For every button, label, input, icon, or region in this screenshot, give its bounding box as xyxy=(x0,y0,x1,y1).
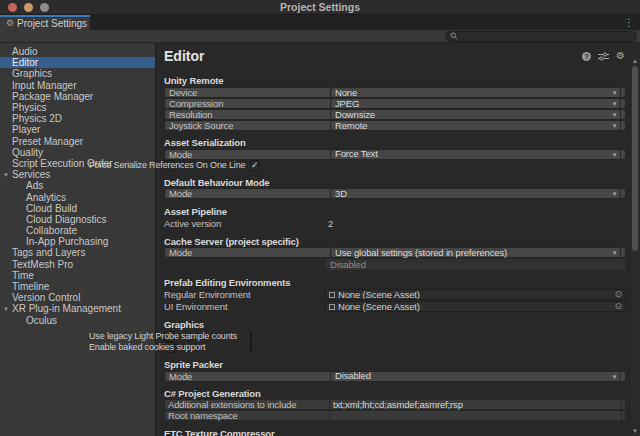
setting-label: Regular Environment xyxy=(164,289,325,300)
sidebar-item-time[interactable]: Time xyxy=(0,270,155,281)
setting-control: Remote▾ xyxy=(330,120,621,131)
dropdown-arrow-icon: ▾ xyxy=(613,100,616,107)
setting-label: Mode xyxy=(169,188,330,199)
section-header: Graphics xyxy=(164,318,626,330)
dropdown-value: Disabled xyxy=(335,371,610,381)
object-picker-icon[interactable]: ⊙ xyxy=(615,290,622,299)
foldout-open-icon[interactable]: ▼ xyxy=(3,306,9,312)
sidebar-item-services[interactable]: ▼Services xyxy=(0,169,155,180)
tab-bar: ⚙ Project Settings ⋮ xyxy=(0,15,640,30)
close-window-icon[interactable] xyxy=(8,3,17,12)
textfield-root-namespace[interactable] xyxy=(329,410,622,421)
sidebar-item-in-app-purchasing[interactable]: In-App Purchasing xyxy=(0,236,155,247)
checkbox-force-serialize-references-on-one-line[interactable]: ✓ xyxy=(250,160,259,171)
project-settings-window: Project Settings ⚙ Project Settings ⋮ Au… xyxy=(0,0,640,436)
setting-row: Use legacy Light Probe sample counts xyxy=(164,331,175,342)
setting-label: Resolution xyxy=(169,109,330,120)
setting-row: Mode3D▾ xyxy=(164,188,626,199)
sidebar-item-preset-manager[interactable]: Preset Manager xyxy=(0,136,155,147)
setting-row: Root namespace xyxy=(164,410,626,421)
dropdown-compression[interactable]: JPEG▾ xyxy=(330,98,621,109)
tabbar-spacer xyxy=(90,15,618,30)
setting-control: Downsize▾ xyxy=(330,109,621,120)
scroll-down-icon[interactable]: ▼ xyxy=(630,427,640,435)
gear-icon: ⚙ xyxy=(6,19,14,28)
sidebar-item-cloud-build[interactable]: Cloud Build xyxy=(0,203,155,214)
sidebar-item-quality[interactable]: Quality xyxy=(0,147,155,158)
dropdown-mode[interactable]: Force Text▾ xyxy=(330,149,621,160)
setting-control: None▾ xyxy=(330,87,621,98)
checkbox-enable-baked-cookies-support[interactable] xyxy=(250,342,252,353)
textfield-additional-extensions-to-include[interactable]: txt;xml;fnt;cd;asmdef;asmref;rsp xyxy=(329,399,622,410)
sidebar-item-tags-and-layers[interactable]: Tags and Layers xyxy=(0,247,155,258)
setting-value: 2 xyxy=(325,218,333,229)
sidebar-item-collaborate[interactable]: Collaborate xyxy=(0,225,155,236)
setting-label: Force Serialize References On One Line xyxy=(89,161,250,170)
sidebar-item-label: Preset Manager xyxy=(12,136,83,147)
context-menu-gear-icon[interactable]: ⚙ xyxy=(616,51,625,61)
dropdown-device[interactable]: None▾ xyxy=(330,87,621,98)
sidebar-item-label: Physics 2D xyxy=(12,113,62,124)
dropdown-resolution[interactable]: Downsize▾ xyxy=(330,109,621,120)
setting-row: Enable baked cookies support xyxy=(164,342,175,353)
dropdown-mode[interactable]: Disabled▾ xyxy=(330,371,621,382)
scene-asset-icon xyxy=(329,304,335,310)
sidebar-item-package-manager[interactable]: Package Manager xyxy=(0,91,155,102)
sidebar-item-label: Time xyxy=(12,270,34,281)
setting-row: ModeForce Text▾ xyxy=(164,149,626,160)
sidebar-item-audio[interactable]: Audio xyxy=(0,46,155,57)
scrollbar-thumb[interactable] xyxy=(632,66,638,251)
setting-row: Joystick SourceRemote▾ xyxy=(164,120,626,131)
sidebar-item-xr-plug-in-management[interactable]: ▼XR Plug-in Management xyxy=(0,303,155,314)
minimize-window-icon[interactable] xyxy=(24,3,33,12)
checkbox-use-legacy-light-probe-sample-counts[interactable] xyxy=(250,331,252,342)
dropdown-arrow-icon: ▾ xyxy=(613,89,616,96)
vertical-scrollbar[interactable]: ▲ ▼ xyxy=(629,57,640,436)
setting-label: Mode xyxy=(169,371,330,382)
sidebar-item-input-manager[interactable]: Input Manager xyxy=(0,80,155,91)
setting-control: Disabled▾ xyxy=(330,371,621,382)
scroll-up-icon[interactable]: ▲ xyxy=(630,57,640,65)
sidebar-item-textmesh-pro[interactable]: TextMesh Pro xyxy=(0,259,155,270)
tab-project-settings[interactable]: ⚙ Project Settings xyxy=(0,15,90,30)
setting-control: JPEG▾ xyxy=(330,98,621,109)
sidebar-item-physics[interactable]: Physics xyxy=(0,102,155,113)
sidebar-item-ads[interactable]: Ads xyxy=(0,180,155,191)
dropdown-mode[interactable]: Use global settings (stored in preferenc… xyxy=(330,247,621,258)
setting-control: None (Scene Asset)⊙ xyxy=(325,301,626,312)
sidebar-item-analytics[interactable]: Analytics xyxy=(0,191,155,202)
sidebar-item-version-control[interactable]: Version Control xyxy=(0,292,155,303)
object-field-ui-environment[interactable]: None (Scene Asset)⊙ xyxy=(325,301,626,312)
setting-row: Regular EnvironmentNone (Scene Asset)⊙ xyxy=(164,288,626,300)
sidebar-item-label: Collaborate xyxy=(26,225,77,236)
content-area: AudioEditorGraphicsInput ManagerPackage … xyxy=(0,43,640,436)
sidebar-item-physics-2d[interactable]: Physics 2D xyxy=(0,113,155,124)
setting-label: Joystick Source xyxy=(169,120,330,131)
dropdown-value: None xyxy=(335,88,610,98)
sidebar-item-player[interactable]: Player xyxy=(0,124,155,135)
sidebar-item-label: In-App Purchasing xyxy=(26,236,108,247)
sidebar-item-label: TextMesh Pro xyxy=(12,259,73,270)
help-icon[interactable]: ? xyxy=(582,52,591,61)
foldout-open-icon[interactable]: ▼ xyxy=(3,172,9,178)
dropdown-joystick-source[interactable]: Remote▾ xyxy=(330,120,621,131)
dropdown-mode[interactable]: 3D▾ xyxy=(330,188,621,199)
preset-icon[interactable] xyxy=(598,52,609,61)
sidebar-item-graphics[interactable]: Graphics xyxy=(0,68,155,79)
setting-control xyxy=(329,410,622,421)
section-header: C# Project Generation xyxy=(164,387,626,399)
sidebar-item-cloud-diagnostics[interactable]: Cloud Diagnostics xyxy=(0,214,155,225)
setting-label: Compression xyxy=(169,98,330,109)
sidebar-item-label: Editor xyxy=(12,57,38,68)
tab-menu-kebab-icon[interactable]: ⋮ xyxy=(618,15,640,30)
sidebar-item-timeline[interactable]: Timeline xyxy=(0,281,155,292)
object-field-regular-environment[interactable]: None (Scene Asset)⊙ xyxy=(325,289,626,300)
setting-row: Additional extensions to includetxt;xml;… xyxy=(164,399,626,410)
section-header: Asset Pipeline xyxy=(164,205,626,217)
search-input[interactable] xyxy=(461,31,632,41)
setting-label: Additional extensions to include xyxy=(168,399,329,410)
search-field[interactable] xyxy=(445,31,637,42)
sidebar-item-editor[interactable]: Editor xyxy=(0,57,155,68)
sidebar-item-oculus[interactable]: Oculus xyxy=(0,315,155,326)
object-picker-icon[interactable]: ⊙ xyxy=(615,302,622,311)
